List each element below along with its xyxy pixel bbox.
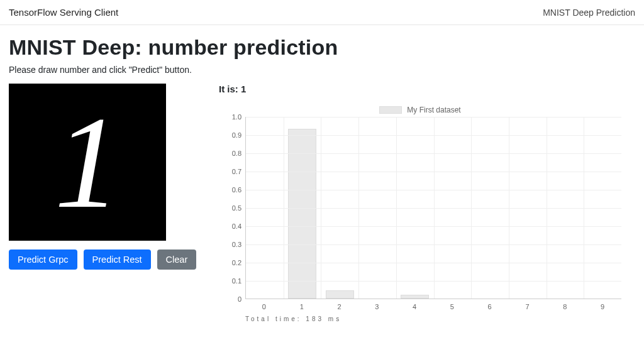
chart-grid: [245, 117, 621, 299]
y-tick: 0.5: [232, 204, 242, 212]
y-tick: 0.2: [232, 259, 242, 266]
y-tick: 0.8: [232, 150, 242, 157]
x-tick: 8: [546, 303, 584, 310]
x-tick: 5: [433, 303, 471, 310]
y-tick: 0.7: [232, 168, 242, 175]
predict-grpc-button[interactable]: Predict Grpc: [9, 250, 77, 270]
x-tick: 2: [321, 303, 358, 310]
clear-button[interactable]: Clear: [157, 250, 197, 270]
page-title: MNIST Deep: number prediction: [9, 35, 635, 60]
x-tick: 0: [245, 303, 283, 310]
legend-label: My First dataset: [407, 106, 460, 114]
y-tick: 0.9: [232, 131, 242, 139]
probability-chart: My First dataset 00.10.20.30.40.50.60.70…: [219, 106, 621, 322]
x-tick: 1: [283, 303, 321, 310]
navbar: TensorFlow Serving Client MNIST Deep Pre…: [0, 0, 644, 25]
result-label: It is:: [219, 84, 238, 94]
y-tick: 0.4: [232, 222, 242, 230]
bar: [288, 129, 316, 299]
bar: [326, 290, 354, 299]
chart-legend: My First dataset: [219, 106, 621, 114]
prediction-result: It is: 1: [219, 84, 635, 94]
drawn-digit: 1: [55, 96, 121, 228]
x-tick: 4: [396, 303, 433, 310]
legend-swatch: [379, 106, 402, 114]
x-tick: 7: [509, 303, 547, 310]
brand-link[interactable]: TensorFlow Serving Client: [9, 7, 118, 18]
x-tick: 3: [358, 303, 396, 310]
page-lead: Please draw number and click "Predict" b…: [9, 65, 635, 75]
y-axis: 00.10.20.30.40.50.60.70.80.91.0: [219, 117, 245, 299]
x-tick: 9: [584, 303, 621, 310]
predict-rest-button[interactable]: Predict Rest: [84, 250, 151, 270]
y-tick: 0.1: [232, 277, 242, 285]
nav-link-mnist[interactable]: MNIST Deep Prediction: [543, 8, 635, 18]
y-tick: 0.6: [232, 186, 242, 194]
y-tick: 1.0: [232, 113, 242, 121]
x-tick: 6: [471, 303, 509, 310]
y-tick: 0.3: [232, 241, 242, 248]
main-content: MNIST Deep: number prediction Please dra…: [0, 25, 644, 322]
result-value: 1: [241, 84, 246, 94]
timing-footnote: Total time: 183 ms: [245, 315, 621, 322]
y-tick: 0: [238, 295, 242, 303]
drawing-canvas[interactable]: 1: [9, 84, 166, 241]
x-axis: 0123456789: [245, 303, 621, 310]
bar: [401, 295, 429, 299]
